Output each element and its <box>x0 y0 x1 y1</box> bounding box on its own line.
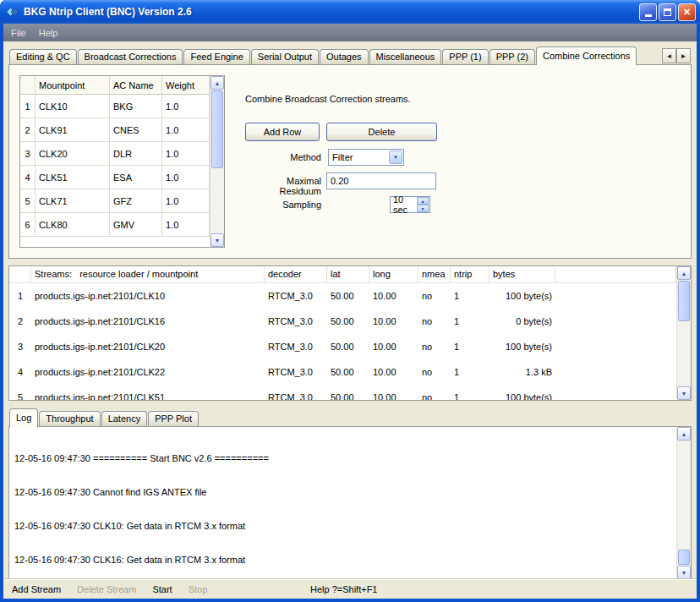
cell-lat[interactable]: 50.00 <box>327 283 369 309</box>
tab-combine-corrections[interactable]: Combine Corrections <box>536 47 637 65</box>
cell-nmea[interactable]: no <box>418 359 451 385</box>
cell-ntrip[interactable]: 1 <box>451 309 489 334</box>
cell-weight[interactable]: 1.0 <box>162 118 210 142</box>
cell-ac-name[interactable]: CNES <box>110 118 162 142</box>
scroll-thumb[interactable] <box>678 281 690 321</box>
table-row[interactable]: 1 CLK10 BKG 1.0 <box>20 95 210 118</box>
sampling-spinner[interactable]: 10 sec ▲ ▼ <box>390 196 430 213</box>
cell-nmea[interactable]: no <box>418 309 451 334</box>
cell-lat[interactable]: 50.00 <box>327 334 369 359</box>
tab-latency[interactable]: Latency <box>101 411 148 426</box>
start-button[interactable]: Start <box>152 584 172 594</box>
cell-stream[interactable]: products.igs-ip.net:2101/CLK10 <box>31 283 265 309</box>
cell-stream[interactable]: products.igs-ip.net:2101/CLK51 <box>31 385 265 400</box>
add-row-button[interactable]: Add Row <box>245 123 320 141</box>
cell-decoder[interactable]: RTCM_3.0 <box>265 359 327 385</box>
cell-decoder[interactable]: RTCM_3.0 <box>265 309 327 334</box>
cell-long[interactable]: 10.00 <box>369 309 418 334</box>
minimize-button[interactable] <box>639 3 657 21</box>
tab-ppp-1[interactable]: PPP (1) <box>442 49 488 64</box>
cell-ntrip[interactable]: 1 <box>451 283 489 309</box>
cell-mountpoint[interactable]: CLK80 <box>36 213 110 237</box>
cell-ac-name[interactable]: GMV <box>110 213 162 237</box>
table-row[interactable]: 4 CLK51 ESA 1.0 <box>20 166 210 189</box>
scroll-track[interactable] <box>677 280 691 386</box>
cell-ac-name[interactable]: ESA <box>110 166 162 189</box>
tab-throughput[interactable]: Throughput <box>39 411 100 426</box>
cell-mountpoint[interactable]: CLK51 <box>36 166 110 189</box>
tab-outages[interactable]: Outages <box>320 49 369 64</box>
tab-ppp-2[interactable]: PPP (2) <box>489 49 535 64</box>
close-button[interactable]: ✕ <box>678 3 696 21</box>
cell-weight[interactable]: 1.0 <box>162 142 210 166</box>
tab-miscellaneous[interactable]: Miscellaneous <box>369 49 442 64</box>
method-dropdown[interactable]: Filter ▼ <box>328 149 404 166</box>
cell-long[interactable]: 10.00 <box>369 334 418 359</box>
cell-lat[interactable]: 50.00 <box>327 385 369 400</box>
cell-bytes[interactable]: 100 byte(s) <box>489 283 555 309</box>
cell-stream[interactable]: products.igs-ip.net:2101/CLK22 <box>31 359 265 385</box>
table-row[interactable]: 2 CLK91 CNES 1.0 <box>20 118 210 142</box>
delete-button[interactable]: Delete <box>326 123 437 141</box>
stop-button[interactable]: Stop <box>189 584 208 594</box>
cell-weight[interactable]: 1.0 <box>162 213 210 237</box>
tab-serial-output[interactable]: Serial Output <box>251 49 319 64</box>
cell-stream[interactable]: products.igs-ip.net:2101/CLK16 <box>31 309 265 334</box>
cell-mountpoint[interactable]: CLK10 <box>36 95 110 118</box>
cell-mountpoint[interactable]: CLK91 <box>36 118 110 142</box>
cell-nmea[interactable]: no <box>418 334 451 359</box>
cell-nmea[interactable]: no <box>418 283 451 309</box>
scroll-down-button[interactable]: ▼ <box>211 233 224 247</box>
table-row[interactable]: 3 CLK20 DLR 1.0 <box>20 142 210 166</box>
cell-bytes[interactable]: 100 byte(s) <box>489 385 555 400</box>
scroll-down-button[interactable]: ▼ <box>677 386 691 400</box>
cell-mountpoint[interactable]: CLK20 <box>36 142 110 166</box>
table-row[interactable]: 6 CLK80 GMV 1.0 <box>20 213 210 237</box>
cell-bytes[interactable]: 100 byte(s) <box>489 334 555 359</box>
cell-stream[interactable]: products.igs-ip.net:2101/CLK20 <box>31 334 265 359</box>
scroll-up-button[interactable]: ▲ <box>677 427 691 441</box>
cell-ntrip[interactable]: 1 <box>451 385 489 400</box>
stream-row[interactable]: 2 products.igs-ip.net:2101/CLK16 RTCM_3.… <box>9 309 676 334</box>
maximal-residuum-input[interactable] <box>326 172 436 189</box>
scroll-up-button[interactable]: ▲ <box>211 76 224 90</box>
cell-weight[interactable]: 1.0 <box>162 166 210 189</box>
cell-decoder[interactable]: RTCM_3.0 <box>265 283 327 309</box>
cell-nmea[interactable]: no <box>418 385 451 400</box>
delete-stream-button[interactable]: Delete Stream <box>77 584 136 594</box>
cell-long[interactable]: 10.00 <box>369 385 418 400</box>
stream-row[interactable]: 4 products.igs-ip.net:2101/CLK22 RTCM_3.… <box>9 359 676 385</box>
cell-ntrip[interactable]: 1 <box>451 334 489 359</box>
stream-row[interactable]: 3 products.igs-ip.net:2101/CLK20 RTCM_3.… <box>9 334 676 359</box>
scroll-track[interactable] <box>677 441 691 566</box>
cell-ac-name[interactable]: BKG <box>110 95 162 118</box>
stream-row[interactable]: 5 products.igs-ip.net:2101/CLK51 RTCM_3.… <box>9 385 676 400</box>
cell-weight[interactable]: 1.0 <box>162 95 210 118</box>
tab-scroll-left-button[interactable]: ◄ <box>662 48 676 63</box>
scroll-track[interactable] <box>211 90 224 233</box>
maximize-button[interactable] <box>659 3 676 21</box>
cell-ntrip[interactable]: 1 <box>451 359 489 385</box>
table-row[interactable]: 5 CLK71 GFZ 1.0 <box>20 189 210 213</box>
cell-long[interactable]: 10.00 <box>369 359 418 385</box>
menu-file[interactable]: File <box>11 28 26 38</box>
cell-bytes[interactable]: 1.3 kB <box>489 359 555 385</box>
cell-decoder[interactable]: RTCM_3.0 <box>265 334 327 359</box>
cell-ac-name[interactable]: GFZ <box>110 189 162 213</box>
titlebar[interactable]: BKG Ntrip Client (BNC) Version 2.6 ✕ <box>0 0 700 24</box>
menu-help[interactable]: Help <box>39 28 58 38</box>
spin-up-button[interactable]: ▲ <box>417 197 429 205</box>
add-stream-button[interactable]: Add Stream <box>12 584 61 594</box>
tab-feed-engine[interactable]: Feed Engine <box>183 49 249 64</box>
scroll-down-button[interactable]: ▼ <box>677 566 691 578</box>
cell-lat[interactable]: 50.00 <box>327 309 369 334</box>
tab-broadcast-corrections[interactable]: Broadcast Corrections <box>78 49 183 64</box>
tab-log[interactable]: Log <box>9 408 38 427</box>
scroll-up-button[interactable]: ▲ <box>677 266 691 280</box>
scroll-thumb[interactable] <box>211 90 223 168</box>
cell-bytes[interactable]: 0 byte(s) <box>489 309 555 334</box>
scroll-thumb[interactable] <box>678 550 690 565</box>
cell-mountpoint[interactable]: CLK71 <box>36 189 110 213</box>
dropdown-arrow-button[interactable]: ▼ <box>389 150 402 164</box>
tab-editing-qc[interactable]: Editing & QC <box>9 49 77 64</box>
